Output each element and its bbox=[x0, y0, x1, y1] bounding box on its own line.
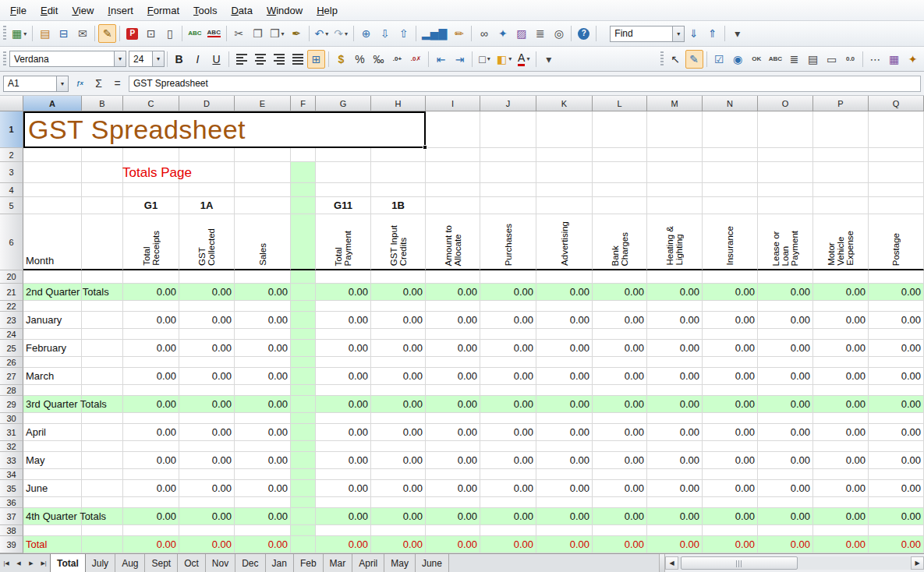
cell-E33[interactable]: 0.00 bbox=[235, 452, 291, 469]
cell-I35[interactable]: 0.00 bbox=[426, 480, 480, 497]
cell-L28[interactable] bbox=[593, 385, 647, 396]
cell-D21[interactable]: 0.00 bbox=[179, 284, 235, 301]
cell-C38[interactable] bbox=[123, 525, 179, 536]
cell-E2[interactable] bbox=[235, 148, 291, 162]
align-left-icon[interactable] bbox=[232, 50, 250, 69]
cell-H26[interactable] bbox=[371, 357, 426, 368]
cell-K2[interactable] bbox=[536, 148, 593, 162]
cell-O1[interactable] bbox=[758, 111, 813, 148]
last-sheet-button[interactable]: ▶| bbox=[37, 560, 50, 567]
cell-I3[interactable] bbox=[426, 162, 480, 183]
find-next-icon[interactable]: ⇓ bbox=[685, 24, 703, 43]
cell-J28[interactable] bbox=[480, 385, 536, 396]
sort-descending-icon[interactable]: ⇧ bbox=[395, 24, 412, 43]
cell-E27[interactable]: 0.00 bbox=[235, 368, 291, 385]
cell-L25[interactable]: 0.00 bbox=[593, 340, 647, 357]
equals-icon[interactable]: = bbox=[108, 74, 126, 93]
cell-M30[interactable] bbox=[647, 413, 703, 424]
cell-B30[interactable] bbox=[82, 413, 123, 424]
cell-B32[interactable] bbox=[82, 441, 123, 452]
cell-D20[interactable] bbox=[179, 270, 235, 284]
cell-D22[interactable] bbox=[179, 301, 235, 312]
cell-K28[interactable] bbox=[536, 385, 593, 396]
cell-G36[interactable] bbox=[316, 497, 371, 508]
cell-M28[interactable] bbox=[647, 385, 703, 396]
cell-B36[interactable] bbox=[82, 497, 123, 508]
cell-O34[interactable] bbox=[758, 469, 813, 480]
menu-tools[interactable]: Tools bbox=[186, 1, 224, 20]
cell-Q2[interactable] bbox=[869, 148, 924, 162]
column-header-J[interactable]: J bbox=[480, 96, 536, 111]
cell-L3[interactable] bbox=[593, 162, 647, 183]
cell-Q35[interactable]: 0.00 bbox=[869, 480, 924, 497]
align-right-icon[interactable] bbox=[270, 50, 288, 69]
cell-G37[interactable]: 0.00 bbox=[316, 508, 371, 525]
cell-M23[interactable]: 0.00 bbox=[647, 312, 703, 329]
cell-P26[interactable] bbox=[813, 357, 869, 368]
cell-K1[interactable] bbox=[536, 111, 593, 148]
cell-E21[interactable]: 0.00 bbox=[235, 284, 291, 301]
cell-E28[interactable] bbox=[235, 385, 291, 396]
cell-N35[interactable]: 0.00 bbox=[703, 480, 758, 497]
align-center-icon[interactable] bbox=[251, 50, 269, 69]
cell-N36[interactable] bbox=[703, 497, 758, 508]
cell-A39[interactable]: Total bbox=[23, 536, 82, 553]
row-header-25[interactable]: 25 bbox=[0, 340, 23, 357]
cell-C39[interactable]: 0.00 bbox=[123, 536, 179, 553]
cell-I26[interactable] bbox=[426, 357, 480, 368]
cell-P29[interactable]: 0.00 bbox=[813, 396, 869, 413]
cell-D31[interactable]: 0.00 bbox=[179, 424, 235, 441]
cell-L1[interactable] bbox=[593, 111, 647, 148]
cell-J33[interactable]: 0.00 bbox=[480, 452, 536, 469]
cell-J31[interactable]: 0.00 bbox=[480, 424, 536, 441]
sheet-tab-oct[interactable]: Oct bbox=[178, 554, 206, 572]
cell-N30[interactable] bbox=[703, 413, 758, 424]
cell-I27[interactable]: 0.00 bbox=[426, 368, 480, 385]
cell-C37[interactable]: 0.00 bbox=[123, 508, 179, 525]
cell-C33[interactable]: 0.00 bbox=[123, 452, 179, 469]
cell-P31[interactable]: 0.00 bbox=[813, 424, 869, 441]
cell-F25[interactable] bbox=[291, 340, 316, 357]
previous-sheet-button[interactable]: ◀ bbox=[12, 560, 25, 567]
cell-D2[interactable] bbox=[179, 148, 235, 162]
cell-H27[interactable]: 0.00 bbox=[371, 368, 426, 385]
cell-H30[interactable] bbox=[371, 413, 426, 424]
standard-format-icon[interactable]: ‰ bbox=[370, 50, 388, 69]
cell-J5[interactable] bbox=[480, 197, 536, 214]
cell-Q37[interactable]: 0.00 bbox=[869, 508, 924, 525]
cell-H29[interactable]: 0.00 bbox=[371, 396, 426, 413]
cell-J36[interactable] bbox=[480, 497, 536, 508]
cell-N21[interactable]: 0.00 bbox=[703, 284, 758, 301]
cell-P34[interactable] bbox=[813, 469, 869, 480]
cell-E30[interactable] bbox=[235, 413, 291, 424]
cell-A5[interactable] bbox=[23, 197, 82, 214]
cell-A22[interactable] bbox=[23, 301, 82, 312]
cell-Q36[interactable] bbox=[869, 497, 924, 508]
cell-G2[interactable] bbox=[316, 148, 371, 162]
cell-H31[interactable]: 0.00 bbox=[371, 424, 426, 441]
cell-C22[interactable] bbox=[123, 301, 179, 312]
cell-B33[interactable] bbox=[82, 452, 123, 469]
cell-K37[interactable]: 0.00 bbox=[536, 508, 593, 525]
cell-L30[interactable] bbox=[593, 413, 647, 424]
cell-N25[interactable]: 0.00 bbox=[703, 340, 758, 357]
font-color-icon-dropdown[interactable]: ▾ bbox=[526, 55, 529, 62]
sheet-tab-dec[interactable]: Dec bbox=[235, 554, 265, 572]
cell-A20[interactable] bbox=[23, 270, 82, 284]
cell-F5[interactable] bbox=[291, 197, 316, 214]
cell-G6[interactable]: Total Payment bbox=[316, 214, 371, 270]
first-sheet-button[interactable]: |◀ bbox=[0, 560, 12, 567]
option-button-icon[interactable]: ◉ bbox=[729, 50, 747, 69]
page-preview-icon[interactable]: ▯ bbox=[161, 24, 179, 43]
cell-M3[interactable] bbox=[647, 162, 703, 183]
name-box[interactable]: A1 ▾ bbox=[3, 76, 69, 92]
cell-O35[interactable]: 0.00 bbox=[758, 480, 813, 497]
cell-M1[interactable] bbox=[647, 111, 703, 148]
select-pointer-icon[interactable]: ↖ bbox=[667, 50, 685, 69]
cell-F31[interactable] bbox=[291, 424, 316, 441]
cell-J26[interactable] bbox=[480, 357, 536, 368]
cell-K4[interactable] bbox=[536, 183, 593, 197]
cell-M36[interactable] bbox=[647, 497, 703, 508]
cell-M24[interactable] bbox=[647, 329, 703, 340]
cell-I33[interactable]: 0.00 bbox=[426, 452, 480, 469]
